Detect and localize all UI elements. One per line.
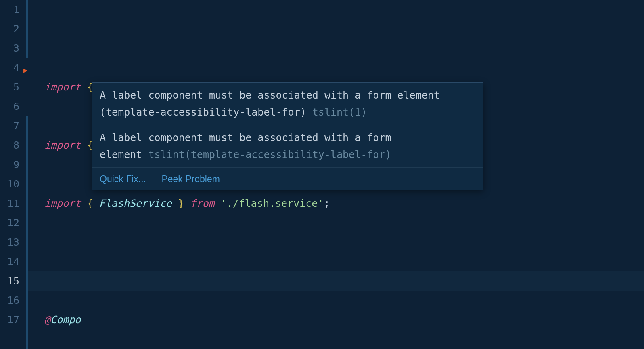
- line-number: 16: [0, 291, 25, 310]
- line-number: 12: [0, 213, 25, 233]
- diagnostic-actions: Quick Fix... Peek Problem: [92, 168, 483, 190]
- line-number: 2: [0, 19, 25, 39]
- peek-problem-button[interactable]: Peek Problem: [161, 174, 220, 184]
- diagnostic-hover-tooltip: A label component must be associated wit…: [92, 82, 483, 190]
- diagnostic-source: tslint(1): [312, 106, 367, 118]
- line-number: 10: [0, 174, 25, 194]
- line-number: 5: [0, 78, 25, 97]
- diagnostic-message: A label component must be associated wit…: [92, 125, 483, 168]
- quick-fix-button[interactable]: Quick Fix...: [100, 174, 146, 184]
- line-number: 4: [0, 58, 25, 78]
- line-number: 3: [0, 39, 25, 58]
- code-line[interactable]: @Compo: [44, 310, 644, 330]
- line-number-current: 15: [0, 271, 25, 291]
- line-number: 11: [0, 194, 25, 213]
- line-number: 9: [0, 155, 25, 174]
- code-line[interactable]: import { FlashService } from './flash.se…: [44, 194, 644, 213]
- line-number: 13: [0, 233, 25, 252]
- line-number: 1: [0, 0, 25, 19]
- code-line[interactable]: [44, 252, 644, 271]
- line-number: 17: [0, 310, 25, 330]
- line-number: 7: [0, 116, 25, 136]
- fold-marker-icon[interactable]: ▶: [23, 61, 28, 80]
- line-number: 8: [0, 136, 25, 155]
- line-number-gutter: ▶ 1 2 3 4 5 6 7 8 9 10 11 12 13 14 15 16…: [0, 0, 28, 349]
- line-number: 14: [0, 252, 25, 271]
- diagnostic-source: tslint(template-accessibility-label-for): [148, 149, 391, 160]
- diagnostic-message: A label component must be associated wit…: [92, 83, 483, 125]
- line-number: 6: [0, 97, 25, 116]
